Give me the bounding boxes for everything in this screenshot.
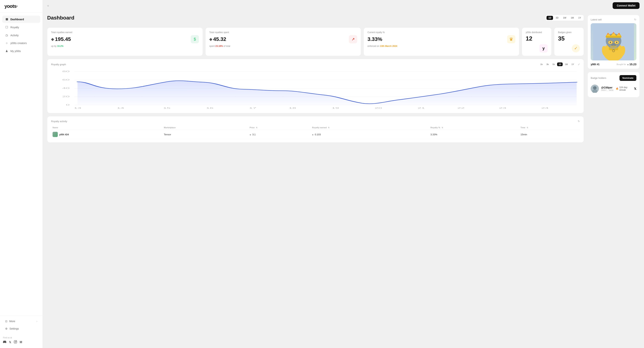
nominate-button[interactable]: Nominate (620, 75, 636, 81)
svg-text:20: 20 (374, 107, 382, 109)
graph-time-1h[interactable]: 1h (539, 63, 544, 66)
magic-eden-icon[interactable]: M (20, 340, 22, 344)
social-label: Find us at (3, 336, 40, 339)
time-filter-3d[interactable]: 3D (554, 16, 560, 20)
svg-point-40 (616, 42, 618, 43)
twitter-x-icon[interactable]: 𝕏 (9, 340, 11, 344)
holder-avatar (591, 85, 599, 93)
stat-label: Current royalty % (368, 31, 515, 34)
left-panel: Dashboard 1D 3D 1W 1M 1Y Total royalties… (47, 15, 584, 344)
graph-header: Royalty graph 1h 3h 5h 1D 1M 1Y ⤢ (51, 63, 580, 66)
connect-wallet-button[interactable]: Connect Wallet (612, 2, 640, 9)
col-royalty-pct[interactable]: Royalty % ⇅ (429, 125, 519, 130)
col-time[interactable]: Time ⇅ (519, 125, 580, 130)
collapse-sidebar-button[interactable]: « (47, 4, 49, 8)
activity-icon: ◷ (5, 34, 8, 37)
discord-icon[interactable] (3, 340, 6, 344)
badge-holders-header: Badge holders Nominate (591, 75, 636, 81)
time-filter-1w[interactable]: 1W (561, 16, 568, 20)
graph-time-3h[interactable]: 3h (545, 63, 550, 66)
refresh-latest-sell-icon[interactable]: ↻ (634, 18, 636, 21)
instagram-icon[interactable] (14, 340, 17, 344)
sidebar-item-label: My y00ts (10, 50, 21, 53)
royalty-activity-card: Royalty activity ↻ Name Marketplace Pric… (47, 116, 584, 143)
activity-table: Name Marketplace Price ⇅ Royalty earned … (51, 125, 580, 139)
svg-text:21: 21 (418, 107, 425, 109)
nft-price: ◆ 15.23 (627, 63, 636, 66)
royalty-icon: ☐ (5, 26, 8, 29)
royalty-graph-card: Royalty graph 1h 3h 5h 1D 1M 1Y ⤢ (47, 59, 584, 113)
stat-value: 3.33% (368, 36, 382, 42)
latest-sell-header: Latest sell ↻ (591, 18, 636, 21)
stat-card-current-royalty: Current royalty % 3.33% ♛ enforced on 13… (364, 28, 519, 56)
sidebar-item-settings[interactable]: ⚙ Settings (3, 325, 40, 332)
svg-point-2 (16, 341, 16, 341)
col-royalty-earned[interactable]: Royalty earned ⇅ (310, 125, 429, 130)
sidebar-item-activity[interactable]: ◷ Activity (2, 32, 40, 39)
stat-icon: $ (191, 35, 199, 43)
eth-icon-small: ◆ (627, 63, 628, 66)
activity-title: Royalty activity (51, 120, 67, 123)
cell-royalty-earned: ◆ 0.103 (310, 130, 429, 139)
svg-text:14: 14 (117, 107, 124, 109)
svg-point-1 (15, 341, 16, 342)
graph-time-1m[interactable]: 1M (564, 63, 569, 66)
svg-text:60: 60 (62, 79, 70, 81)
time-filter-1d[interactable]: 1D (546, 16, 553, 20)
graph-time-5h[interactable]: 5h (551, 63, 556, 66)
svg-rect-0 (14, 340, 17, 343)
creators-icon: ○ (5, 42, 8, 45)
svg-text:24: 24 (541, 107, 549, 109)
nft-character-svg (593, 23, 634, 60)
svg-point-39 (610, 42, 611, 43)
stat-card-royalties-earned: Total royalties earned ◆ 195.45 $ up by … (47, 28, 203, 56)
sidebar-item-y00ts-creators[interactable]: ○ y00ts creators (2, 40, 40, 47)
sidebar-item-royalty[interactable]: ☐ Royalty (2, 24, 40, 31)
svg-point-31 (613, 32, 614, 34)
cell-name: y00t #24 (51, 130, 162, 139)
badge-icon: ✓ (572, 44, 580, 53)
time-filter-1y[interactable]: 1Y (576, 16, 583, 20)
cell-marketplace: Tensor (162, 130, 248, 139)
badge-holders-card: Badge holders Nominate (588, 72, 640, 97)
stat-value: 12 (526, 35, 532, 42)
time-filter-1m[interactable]: 1M (569, 16, 576, 20)
latest-sell-card: Latest sell ↻ (588, 15, 640, 69)
svg-point-48 (593, 86, 597, 90)
stat-card-badges-given: Badges given 35 ✓ (554, 28, 584, 56)
stat-card-royalties-spent: Total royalties spent ◆ 45.32 ↗ spent 23… (206, 28, 361, 56)
sidebar-item-label: y00ts creators (10, 42, 27, 45)
sidebar: yoots · ⊞ Dashboard ☐ Royalty ◷ Activity… (0, 0, 43, 348)
svg-point-50 (594, 87, 594, 88)
sidebar-item-my-y00ts[interactable]: ♟ My y00ts (2, 47, 40, 55)
streak-text: 124 day streak (619, 86, 632, 91)
graph-time-1d[interactable]: 1D (557, 63, 563, 66)
stats-row: Total royalties earned ◆ 195.45 $ up by … (47, 28, 584, 56)
graph-title: Royalty graph (51, 63, 66, 66)
holder-streak: 🔥 124 day streak (616, 86, 632, 91)
nft-image (591, 23, 636, 60)
social-links: Find us at 𝕏 M (0, 336, 42, 348)
content-area: Dashboard 1D 3D 1W 1M 1Y Total royalties… (43, 11, 644, 348)
sidebar-item-more[interactable]: ⊡ More › (3, 318, 40, 324)
sidebar-item-dashboard[interactable]: ⊞ Dashboard (2, 16, 40, 23)
stat-sub: enforced on 13th March 2024 (368, 45, 515, 47)
stat-value: 35 (558, 35, 565, 42)
refresh-activity-icon[interactable]: ↻ (578, 120, 580, 123)
x-social-icon[interactable]: 𝕏 (634, 87, 636, 91)
latest-sell-title: Latest sell (591, 18, 602, 21)
graph-time-1y[interactable]: 1Y (570, 63, 576, 66)
nft-avatar (52, 132, 58, 137)
svg-text:23: 23 (499, 107, 506, 109)
royalty-chart: 80 60 40 20 0 (51, 69, 580, 110)
more-label: More (9, 320, 15, 323)
col-price[interactable]: Price ⇅ (248, 125, 310, 130)
sidebar-logo: yoots · (0, 0, 42, 13)
stat-label: Total royalties spent (209, 31, 357, 34)
expand-chart-icon[interactable]: ⤢ (578, 63, 580, 66)
stat-label: Total royalties earned (51, 31, 199, 34)
stat-label: y00ts distributed (526, 31, 548, 34)
col-name: Name (51, 125, 162, 130)
badge-holders-title: Badge holders (591, 77, 606, 79)
settings-icon: ⚙ (5, 327, 8, 330)
